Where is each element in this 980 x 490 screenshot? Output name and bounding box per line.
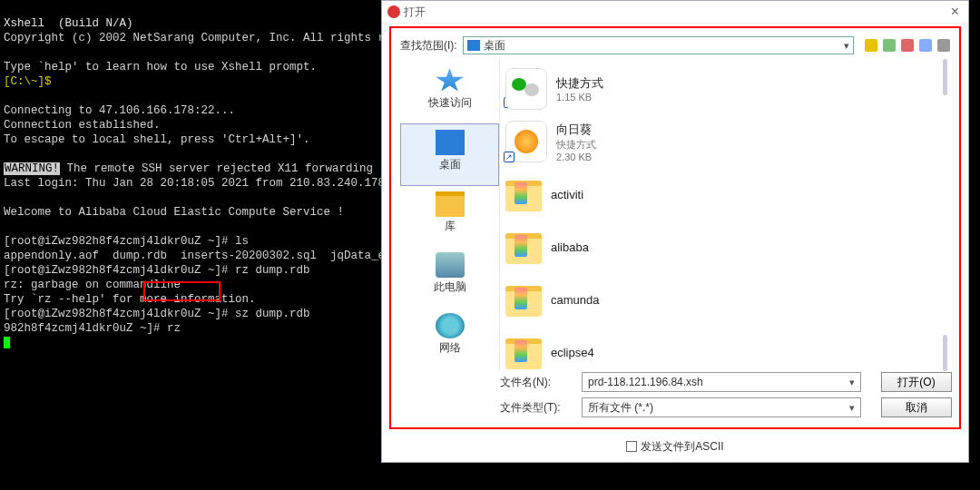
places-bar: 快速访问 桌面 库 此电脑 网络 (400, 59, 500, 371)
filetype-select[interactable]: 所有文件 (*.*) ▾ (582, 397, 861, 417)
connecting-line: Connecting to 47.106.166.178:22... (4, 104, 235, 117)
file-item[interactable]: alibaba (505, 220, 950, 273)
dialog-titlebar[interactable]: 打开 × (382, 1, 968, 24)
prompt-ls: [root@iZwz982h8f4zcmj4ldkr0uZ ~]# ls (4, 235, 249, 248)
place-desktop[interactable]: 桌面 (400, 123, 499, 186)
command-highlight (143, 281, 220, 301)
nav-up-icon[interactable] (883, 39, 896, 52)
place-network[interactable]: 网络 (400, 308, 499, 368)
file-item[interactable]: 向日葵 快捷方式 2.30 KB (505, 115, 950, 168)
scrollbar[interactable] (943, 335, 947, 371)
copyright: Copyright (c) 2002 NetSarang Computer, I… (4, 32, 406, 44)
scrollbar[interactable] (943, 59, 947, 95)
ls-output: appendonly.aof dump.rdb inserts-20200302… (4, 250, 406, 262)
cursor-icon (4, 337, 10, 348)
prompt-rz-dump: [root@iZwz982h8f4zcmj4ldkr0uZ ~]# rz dum… (4, 264, 310, 277)
open-dialog: 打开 × 查找范围(I): 桌面 ▾ 快速访问 桌面 (381, 0, 969, 463)
lookin-toolbar (859, 39, 950, 52)
folder-icon (505, 181, 542, 211)
wechat-icon (505, 68, 547, 110)
ascii-checkbox[interactable] (626, 441, 637, 452)
star-icon (436, 68, 465, 93)
file-list[interactable]: ↗ ↗ 快捷方式 1.15 KB 向日葵 快捷方式 2.30 KB activi… (500, 59, 950, 371)
open-button[interactable]: 打开(O) (881, 372, 952, 392)
lookin-combo[interactable]: 桌面 ▾ (463, 36, 854, 54)
welcome-line: Welcome to Alibaba Cloud Elastic Compute… (4, 206, 344, 219)
file-item[interactable]: 快捷方式 1.15 KB (505, 63, 950, 115)
file-item[interactable]: eclipse4 (505, 326, 950, 371)
desktop-mini-icon (467, 40, 480, 51)
folder-icon (505, 286, 542, 317)
pc-icon (436, 252, 465, 278)
close-button[interactable]: × (947, 4, 963, 20)
help-line: Type `help' to learn how to use Xshell p… (4, 61, 317, 74)
nav-back-icon[interactable] (865, 39, 877, 52)
library-icon (436, 191, 465, 217)
filename-input[interactable]: prd-118.121.196.84.xsh ▾ (582, 372, 861, 392)
chevron-down-icon: ▾ (849, 377, 855, 388)
file-item[interactable]: activiti (505, 168, 950, 220)
warning-label: WARNING! (4, 162, 60, 175)
filetype-value: 所有文件 (*.*) (588, 400, 653, 416)
prompt-rz: 982h8f4zcmj4ldkr0uZ ~]# rz (4, 322, 181, 335)
shortcut-badge-icon: ↗ (504, 152, 514, 162)
cancel-button[interactable]: 取消 (881, 397, 952, 417)
file-item[interactable]: camunda (505, 273, 950, 326)
more-icon[interactable] (937, 39, 950, 52)
new-folder-icon[interactable] (901, 39, 914, 52)
chevron-down-icon: ▾ (844, 40, 849, 52)
view-menu-icon[interactable] (919, 39, 932, 52)
place-this-pc[interactable]: 此电脑 (400, 247, 499, 308)
folder-icon (505, 233, 542, 264)
filetype-label: 文件类型(T): (500, 400, 573, 416)
filename-label: 文件名(N): (500, 375, 573, 390)
filename-value: prd-118.121.196.84.xsh (588, 376, 703, 388)
warning-rest: The remote SSH server rejected X11 forwa… (60, 162, 407, 175)
escape-line: To escape to local shell, press 'Ctrl+Al… (4, 133, 310, 146)
network-icon (436, 313, 465, 338)
prompt-sz-dump: [root@iZwz982h8f4zcmj4ldkr0uZ ~]# sz dum… (4, 308, 310, 320)
place-quick-access[interactable]: 快速访问 (400, 63, 499, 123)
chevron-down-icon: ▾ (849, 402, 855, 414)
dialog-title: 打开 (404, 5, 947, 20)
folder-icon (505, 338, 542, 369)
app-logo-icon (387, 5, 400, 18)
place-library[interactable]: 库 (400, 186, 499, 247)
established-line: Connection established. (4, 119, 161, 132)
desktop-icon (436, 130, 465, 155)
local-prompt: [C:\~]$ (4, 75, 52, 88)
last-login: Last login: Thu Jan 28 20:18:05 2021 fro… (4, 177, 385, 190)
ascii-label: 发送文件到ASCII (641, 440, 723, 453)
lookin-label: 查找范围(I): (400, 38, 457, 54)
lookin-value: 桌面 (484, 38, 505, 54)
terminal-title: Xshell (Build N/A) (4, 17, 133, 30)
